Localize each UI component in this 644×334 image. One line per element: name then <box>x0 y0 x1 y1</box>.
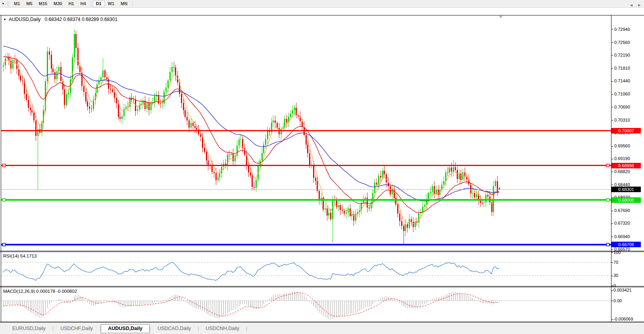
macd-pane <box>1 291 611 320</box>
indicator-axis-label: 0.003421 <box>613 288 632 292</box>
price-axis-label: 0.67320 <box>614 221 630 225</box>
main-pane <box>1 29 611 246</box>
price-axis-label: 0.69190 <box>614 156 630 161</box>
price-axis-label: 0.72190 <box>614 53 630 57</box>
price-axis-label: 0.66940 <box>614 234 630 239</box>
ohlc-readout: 0.68342 0.68374 0.68289 0.68301 <box>45 17 118 22</box>
hline-handle[interactable] <box>3 198 6 201</box>
candlestick-series <box>3 29 500 245</box>
timeframe-button-d1[interactable]: D1 <box>93 0 105 7</box>
mt4-window: ▼ M1M5M15M30H1H4D1W1MN ▼ AUDUSD,Daily 0.… <box>0 0 644 334</box>
chart-area: ▼ AUDUSD,Daily 0.68342 0.68374 0.68289 0… <box>0 8 644 322</box>
timeframe-button-m15[interactable]: M15 <box>36 0 50 7</box>
indicator-axis-label: 0.00 <box>613 298 622 303</box>
price-axis-label: 0.71060 <box>614 92 630 96</box>
pane-borders <box>0 15 644 330</box>
slow-ma-line <box>3 46 499 201</box>
indicator-axis-label: 30 <box>613 273 618 278</box>
toolbar-grip[interactable] <box>7 2 9 6</box>
tab-usdchf[interactable]: USDCHF,Daily <box>54 324 100 333</box>
price-axis-label: 0.71810 <box>614 66 630 71</box>
tab-usdcad[interactable]: USDCAD,Daily <box>151 324 198 333</box>
price-badge-0.70007: 0.70007 <box>611 128 641 134</box>
timeframe-toolbar: ▼ M1M5M15M30H1H4D1W1MN <box>0 0 644 8</box>
rsi-pane <box>1 262 611 281</box>
chart-shift-triangle-down-icon[interactable] <box>499 16 503 18</box>
chart-title: AUDUSD,Daily <box>9 17 41 22</box>
price-axis-label: 0.67690 <box>614 208 630 213</box>
hline-handle[interactable] <box>3 243 6 246</box>
hline-handle[interactable] <box>607 198 609 201</box>
toolbar-separator <box>91 1 91 7</box>
timeframe-button-h1[interactable]: H1 <box>65 0 77 7</box>
timeframe-button-h4[interactable]: H4 <box>77 0 89 7</box>
price-axis-label: 0.72560 <box>614 40 630 45</box>
timeframe-buttons: M1M5M15M30H1H4D1W1MN <box>11 0 134 7</box>
toolbar-separator <box>132 1 133 7</box>
timeframe-button-w1[interactable]: W1 <box>105 0 118 7</box>
current-price-badge: 0.68301 <box>611 187 641 192</box>
chart-dropdown-icon[interactable]: ▼ <box>3 18 6 21</box>
timeframe-button-m30[interactable]: M30 <box>50 0 65 7</box>
price-axis-label: 0.68820 <box>614 169 630 174</box>
hline-handle[interactable] <box>607 243 609 246</box>
macd-label: MACD(12,26,9) 0.000178 -0.000802 <box>3 289 77 294</box>
macd-signal-line <box>3 293 499 317</box>
symbol-tabbar: EURUSD,Daily|USDCHF,Daily|AUDUSD,Daily|U… <box>0 322 644 334</box>
timeframe-button-m5[interactable]: M5 <box>23 0 35 7</box>
toolbar-dropdown-icon[interactable]: ▼ <box>0 2 6 6</box>
timeframe-button-mn[interactable]: MN <box>117 0 131 7</box>
candlestick-chart[interactable] <box>0 8 644 334</box>
tab-separator: | <box>246 326 247 331</box>
price-axis-label: 0.72940 <box>614 27 630 32</box>
indicator-axis-label: 0 <box>613 283 616 288</box>
price-badge-0.66706: 0.66706 <box>611 242 641 247</box>
tab-usdcnh[interactable]: USDCNH,Daily <box>199 324 246 333</box>
timeframe-button-m1[interactable]: M1 <box>11 0 23 7</box>
hline-handle[interactable] <box>3 164 6 167</box>
price-axis-label: 0.69560 <box>614 143 630 148</box>
price-badge-0.68998: 0.68998 <box>611 163 641 168</box>
rsi-line <box>3 262 499 281</box>
tab-audusd[interactable]: AUDUSD,Daily <box>101 324 150 333</box>
tab-scroll-left-icon[interactable]: ◀ <box>630 3 632 7</box>
rsi-label: RSI(14) 54.1713 <box>3 254 37 258</box>
tab-eurusd[interactable]: EURUSD,Daily <box>6 324 52 333</box>
hline-handle[interactable] <box>607 164 609 167</box>
chart-header: ▼ AUDUSD,Daily 0.68342 0.68374 0.68289 0… <box>3 17 117 22</box>
indicator-axis-label: 100 <box>613 250 621 255</box>
indicator-axis-label: -0.006069 <box>613 317 633 321</box>
indicator-axis-label: 70 <box>613 260 618 265</box>
mid-ma-line <box>3 57 499 213</box>
macd-histogram <box>4 291 500 320</box>
tab-scroll-right-icon[interactable]: ▶ <box>638 3 641 7</box>
tab-scroll-arrows: ◀ ▶ <box>630 3 641 7</box>
price-axis-label: 0.68440 <box>614 182 630 187</box>
price-axis-label: 0.71440 <box>614 78 630 83</box>
price-axis-label: 0.70690 <box>614 105 630 109</box>
price-axis-label: 0.70310 <box>614 118 630 122</box>
price-badge-0.68000: 0.68000 <box>611 197 641 203</box>
